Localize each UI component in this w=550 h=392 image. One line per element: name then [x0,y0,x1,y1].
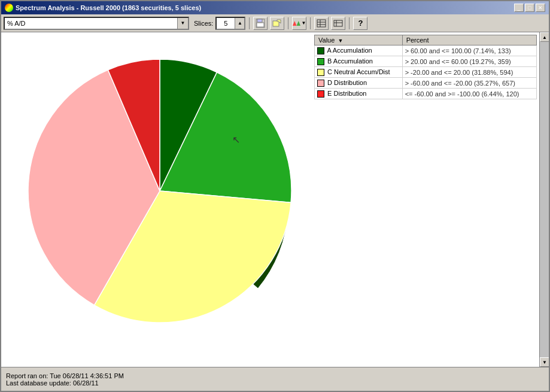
legend-panel: Value ▼ Percent A Accumulation > 60.00 a [312,32,539,367]
title-bar-content: Spectrum Analysis - Russell 2000 (1863 s… [5,4,201,12]
status-bar: Report ran on: Tue 06/28/11 4:36:51 PM L… [1,367,549,391]
pie-chart-svg [7,35,312,341]
minimize-button[interactable]: _ [514,4,524,12]
legend-value-cell: > -60.00 and <= -20.00 (35.27%, 657) [402,78,536,89]
properties-button[interactable] [331,17,345,30]
scroll-down-button[interactable]: ▼ [540,357,549,367]
indicator-input[interactable] [5,18,177,29]
close-button[interactable]: ✕ [536,4,545,12]
main-content: ↖ Value ▼ Percent [1,32,549,367]
indicator-dropdown[interactable]: ▼ [4,17,189,30]
chart-type-arrow: ▼ [301,20,306,26]
grid-button[interactable] [314,17,329,30]
dropdown-arrow-button[interactable]: ▼ [177,18,188,29]
toolbar: ▼ Slices: ▲ [1,14,549,32]
legend-label: C Neutral Accum/Dist [327,68,390,75]
maximize-button[interactable]: □ [525,4,534,12]
scroll-track[interactable] [540,42,549,357]
legend-color-swatch [317,69,324,76]
help-button[interactable]: ? [353,17,367,30]
col-percent-header[interactable]: Percent [402,35,536,45]
scroll-up-button[interactable]: ▲ [540,32,549,42]
save-icon [256,19,265,28]
slices-spinner[interactable]: ▲ [215,17,245,30]
legend-value-cell: > 20.00 and <= 60.00 (19.27%, 359) [402,56,536,67]
sort-arrow-icon: ▼ [338,38,343,44]
legend-value-cell: > -20.00 and <= 20.00 (31.88%, 594) [402,67,536,78]
legend-label-cell: D Distribution [315,78,403,89]
toolbar-separator-4 [349,17,350,29]
legend-label-cell: A Accumulation [315,45,403,56]
app-icon [5,4,13,12]
grid-icon [317,19,326,28]
slices-input[interactable] [217,19,235,28]
main-window: Spectrum Analysis - Russell 2000 (1863 s… [0,0,550,392]
svg-marker-5 [293,20,297,25]
dropdown-arrow-icon: ▼ [181,20,186,26]
legend-color-swatch [317,90,324,98]
svg-rect-11 [334,20,342,26]
legend-label: B Accumulation [327,57,373,65]
legend-value-cell: <= -60.00 and >= -100.00 (6.44%, 120) [402,89,536,99]
properties-icon [333,19,343,28]
svg-rect-7 [317,20,326,27]
legend-table: Value ▼ Percent A Accumulation > 60.00 a [314,35,537,99]
open-button[interactable] [270,17,284,30]
legend-row: B Accumulation > 20.00 and <= 60.00 (19.… [315,56,537,67]
legend-label-cell: E Distribution [315,89,403,99]
title-bar: Spectrum Analysis - Russell 2000 (1863 s… [1,1,549,14]
status-line-1: Report ran on: Tue 06/28/11 4:36:51 PM [6,372,544,379]
window-title: Spectrum Analysis - Russell 2000 (1863 s… [16,4,201,11]
open-icon [272,19,282,28]
legend-value-cell: > 60.00 and <= 100.00 (7.14%, 133) [402,45,536,56]
toolbar-separator-1 [249,17,250,29]
chart-area: ↖ [1,32,312,367]
legend-color-swatch [317,58,324,65]
svg-rect-2 [257,23,264,27]
save-button[interactable] [253,17,268,30]
slices-up-button[interactable]: ▲ [235,18,244,29]
legend-label-cell: B Accumulation [315,56,403,67]
legend-row: C Neutral Accum/Dist > -20.00 and <= 20.… [315,67,537,78]
legend-label: A Accumulation [327,47,372,54]
toolbar-separator-2 [288,17,288,29]
chart-type-icon [293,19,300,28]
legend-row: A Accumulation > 60.00 and <= 100.00 (7.… [315,45,537,56]
legend-row: D Distribution > -60.00 and <= -20.00 (3… [315,78,537,89]
content-area: ↖ Value ▼ Percent [1,32,539,367]
legend-label-cell: C Neutral Accum/Dist [315,67,403,78]
legend-color-swatch [317,80,324,87]
vertical-scrollbar[interactable]: ▲ ▼ [539,32,549,367]
svg-marker-6 [297,20,301,25]
help-icon: ? [358,19,363,28]
legend-row: E Distribution <= -60.00 and >= -100.00 … [315,89,537,99]
toolbar-separator-3 [310,17,311,29]
svg-rect-1 [257,19,262,22]
legend-color-swatch [317,47,324,54]
chart-type-button[interactable]: ▼ [292,17,306,30]
legend-label: E Distribution [327,90,366,97]
status-line-2: Last database update: 06/28/11 [6,379,544,387]
slices-label: Slices: [194,20,213,27]
title-controls: _ □ ✕ [514,4,545,12]
legend-label: D Distribution [327,79,367,86]
col-value-header[interactable]: Value ▼ [315,35,403,45]
